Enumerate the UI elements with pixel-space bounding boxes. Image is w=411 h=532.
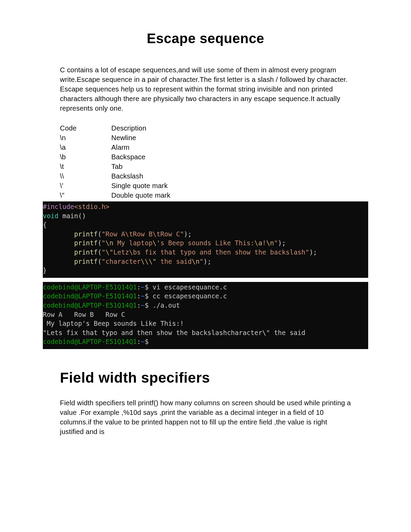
terminal-path: ~ (141, 301, 145, 309)
table-row: \\ Backslash (60, 171, 351, 181)
cell-code: \a (60, 143, 111, 152)
terminal-colon: : (137, 301, 141, 309)
terminal-user-host: codebind@LAPTOP-E51Q14Q1 (43, 292, 137, 300)
token-string: " (102, 248, 105, 256)
cell-desc: Single quote mark (111, 181, 351, 190)
token-string: " (305, 248, 309, 256)
token-end: ); (203, 258, 211, 265)
table-header: Code Description (60, 123, 351, 133)
terminal-colon: : (137, 292, 141, 300)
token-printf: printf (74, 248, 98, 256)
token-end: ); (278, 239, 286, 247)
cell-code: \b (60, 152, 111, 162)
terminal-dollar: $ (145, 283, 152, 291)
table-row: \t Tab (60, 162, 351, 171)
cell-desc: Double quote mark (111, 190, 351, 200)
header-code: Code (60, 123, 111, 133)
token-paren: ( (98, 230, 101, 238)
terminal-user-host: codebind@LAPTOP-E51Q14Q1 (43, 301, 137, 309)
cell-code: \" (60, 190, 111, 200)
token-end: ); (309, 248, 317, 256)
cell-code: \' (60, 181, 111, 190)
cell-code: \n (60, 133, 111, 143)
token-paren: ( (98, 258, 101, 265)
code-editor-block: #include<stdio.h> void main() { printf("… (43, 201, 368, 278)
terminal-output-line: Row A Row B Row C (43, 311, 125, 318)
token-printf: printf (74, 258, 98, 265)
terminal-command: ./a.out (152, 301, 180, 309)
token-brace-close: } (43, 267, 47, 274)
token-paren: ( (98, 248, 101, 256)
terminal-command: vi escapesequance.c (152, 283, 227, 291)
paragraph-intro: C contains a lot of escape sequences,and… (60, 65, 351, 113)
header-description: Description (111, 123, 351, 133)
token-brace-open: { (43, 221, 47, 228)
table-row: \n Newline (60, 133, 351, 143)
cell-desc: Backspace (111, 152, 351, 162)
token-end: ); (184, 230, 192, 238)
terminal-user-host: codebind@LAPTOP-E51Q14Q1 (43, 283, 137, 291)
token-string: s Beep sounds Like This: (160, 239, 254, 247)
token-string: " (274, 239, 278, 247)
terminal-user-host: codebind@LAPTOP-E51Q14Q1 (43, 338, 137, 345)
token-escape: \" (105, 248, 113, 256)
token-string: ! (262, 239, 266, 247)
terminal-dollar: $ (145, 301, 152, 309)
terminal-path: ~ (141, 292, 145, 300)
terminal-output-block: codebind@LAPTOP-E51Q14Q1:~$ vi escapeseq… (43, 282, 368, 349)
terminal-path: ~ (141, 283, 145, 291)
token-escape: \\\" (141, 258, 157, 265)
cell-code: \\ (60, 171, 111, 181)
escape-sequence-table: Code Description \n Newline \a Alarm \b … (60, 123, 351, 200)
token-escape: \' (152, 239, 160, 247)
terminal-dollar: $ (145, 338, 152, 345)
terminal-dollar: $ (145, 292, 152, 300)
table-row: \" Double quote mark (60, 190, 351, 200)
terminal-command: cc escapesequance.c (152, 292, 227, 300)
terminal-colon: : (137, 338, 141, 345)
token-string: "Row A\tRow B\tRow C" (102, 230, 184, 238)
token-escape: \n (192, 258, 200, 265)
terminal-output-line: My laptop's Beep sounds Like This:! (43, 320, 184, 327)
token-string: " (102, 239, 105, 247)
cell-desc: Newline (111, 133, 351, 143)
token-string: My laptop (113, 239, 152, 247)
token-header: <stdio.h> (74, 203, 110, 210)
terminal-output-line: "Lets fix that typo and then show the ba… (43, 329, 305, 336)
token-printf: printf (74, 239, 98, 247)
token-void: void (43, 212, 59, 220)
token-escape: \n (105, 239, 113, 247)
token-escape: \n (266, 239, 274, 247)
token-escape: \a (254, 239, 262, 247)
token-paren: ( (98, 239, 101, 247)
cell-desc: Tab (111, 162, 351, 171)
token-include: #include (43, 203, 74, 210)
token-string: the said (157, 258, 192, 265)
cell-desc: Alarm (111, 143, 351, 152)
token-main: main() (59, 212, 86, 220)
document-page: Escape sequence C contains a lot of esca… (0, 0, 411, 532)
heading-field-width-specifiers: Field width specifiers (60, 370, 351, 386)
terminal-path: ~ (141, 338, 145, 345)
heading-escape-sequence: Escape sequence (60, 31, 351, 46)
token-string: " (200, 258, 203, 265)
token-printf: printf (74, 230, 98, 238)
paragraph-field-width: Field width specifiers tell printf() how… (60, 398, 351, 436)
token-string: "character (102, 258, 141, 265)
cell-code: \t (60, 162, 111, 171)
cell-desc: Backslash (111, 171, 351, 181)
table-row: \b Backspace (60, 152, 351, 162)
terminal-colon: : (137, 283, 141, 291)
table-row: \' Single quote mark (60, 181, 351, 190)
table-row: \a Alarm (60, 143, 351, 152)
token-string: Letz\bs fix that typo and then show the … (113, 248, 306, 256)
